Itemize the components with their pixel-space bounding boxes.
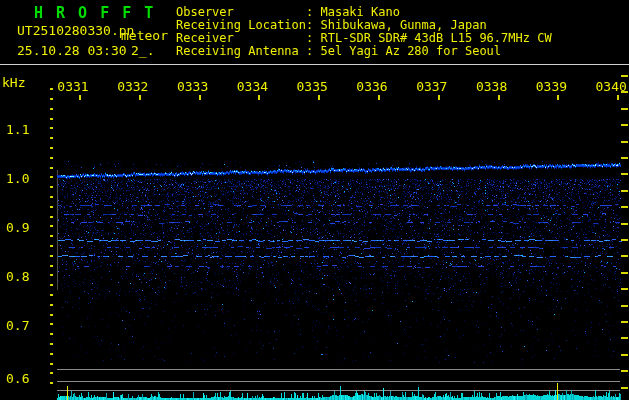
info-row: Receiving Antenna: 5el Yagi Az 280 for S…: [176, 45, 552, 58]
time-tick-label-0338: 0338: [468, 79, 516, 94]
app-title: H R O F F T: [34, 4, 155, 22]
time-tick-label-0334: 0334: [228, 79, 276, 94]
info-separator: :: [306, 6, 320, 19]
info-value: 5el Yagi Az 280 for Seoul: [320, 45, 501, 58]
filename-overlap-text: meteor: [121, 28, 168, 43]
info-row: Receiver: RTL-SDR SDR# 43dB L15 96.7MHz …: [176, 32, 552, 45]
info-separator: :: [306, 45, 320, 58]
filename-text: UT2510280330.pn: [17, 23, 134, 38]
time-tick-label-0333: 0333: [169, 79, 217, 94]
info-separator: :: [306, 19, 320, 32]
time-tick-label-0337: 0337: [408, 79, 456, 94]
info-label: Observer: [176, 6, 306, 19]
freq-tick-label-0.7: 0.7: [6, 318, 29, 333]
echo-count-text: 2_.: [131, 43, 154, 58]
time-tick-label-0340: 0340: [587, 79, 629, 94]
info-label: Receiver: [176, 32, 306, 45]
info-value: RTL-SDR SDR# 43dB L15 96.7MHz CW: [320, 32, 551, 45]
datetime-text: 25.10.28 03:30: [17, 43, 127, 58]
info-row: Observer: Masaki Kano: [176, 6, 552, 19]
freq-tick-label-0.8: 0.8: [6, 269, 29, 284]
time-tick-label-0339: 0339: [527, 79, 575, 94]
info-row: Receiving Location: Shibukawa, Gunma, Ja…: [176, 19, 552, 32]
info-value: Masaki Kano: [320, 6, 399, 19]
freq-tick-label-0.9: 0.9: [6, 220, 29, 235]
hrofft-window: H R O F F T UT2510280330.pn meteor 25.10…: [0, 0, 629, 400]
time-tick-label-0331: 0331: [49, 79, 97, 94]
spectrogram-canvas: [0, 0, 629, 400]
time-tick-label-0335: 0335: [288, 79, 336, 94]
info-separator: :: [306, 32, 320, 45]
freq-tick-label-0.6: 0.6: [6, 371, 29, 386]
info-label: Receiving Location: [176, 19, 306, 32]
freq-tick-label-1.0: 1.0: [6, 171, 29, 186]
time-tick-label-0336: 0336: [348, 79, 396, 94]
freq-tick-label-1.1: 1.1: [6, 122, 29, 137]
info-value: Shibukawa, Gunma, Japan: [320, 19, 486, 32]
freq-unit-label: kHz: [2, 75, 25, 90]
time-tick-label-0332: 0332: [109, 79, 157, 94]
station-info-block: Observer: Masaki KanoReceiving Location:…: [176, 6, 552, 58]
info-label: Receiving Antenna: [176, 45, 306, 58]
